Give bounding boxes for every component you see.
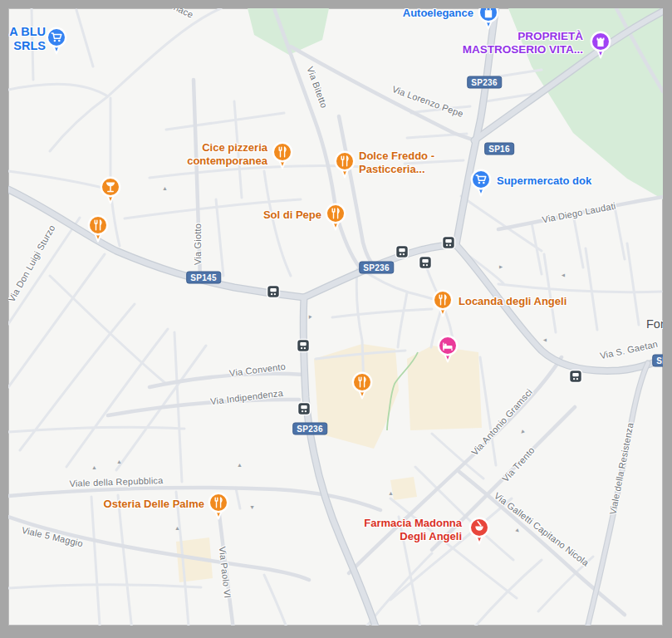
restaurant-icon <box>86 213 110 244</box>
bus-stop-icon[interactable] <box>297 402 311 416</box>
locality-label: Fon <box>646 317 663 331</box>
bus-stop-icon[interactable] <box>297 339 311 353</box>
poi-label-dolce-freddo[interactable]: Dolce Freddo - Pasticceria... <box>359 150 434 175</box>
one-way-arrow-icon: ▲ <box>249 505 255 511</box>
shopping-cart-icon <box>44 26 69 56</box>
map-canvas <box>8 8 663 626</box>
one-way-arrow-icon: ▲ <box>91 464 97 470</box>
one-way-arrow-icon: ▲ <box>388 490 394 496</box>
bus-stop-icon[interactable] <box>395 245 410 259</box>
poi-label-farmacia-madonna[interactable]: Farmacia Madonna Degli Angeli <box>364 517 462 542</box>
poi-label-supermercato-dok[interactable]: Supermercato dok <box>497 174 591 188</box>
map-window-frame: ▲ ▲ ▲ ▲ ▲ ▲ ▲ ▲ ▲ ▲ ▲ ▲ ▲ nace Via Bitet… <box>0 0 672 638</box>
road-label: Via Giotto <box>193 223 203 265</box>
pharmacy-icon <box>467 516 492 547</box>
route-shield: SP236 <box>652 355 663 367</box>
poi-marker-dolce-freddo[interactable] <box>332 150 357 180</box>
one-way-arrow-icon: ▲ <box>237 462 243 468</box>
poi-marker-hotel[interactable] <box>435 334 460 365</box>
poi-label-proprieta-mastroserio[interactable]: PROPRIETÀ MASTROSERIO VITA... <box>463 30 583 56</box>
tower-icon <box>588 30 613 61</box>
poi-marker-sol-di-pepe[interactable] <box>323 202 348 233</box>
poi-label-locanda-degli-angeli[interactable]: Locanda degli Angeli <box>459 295 567 308</box>
one-way-arrow-icon: ▲ <box>162 185 168 191</box>
one-way-arrow-icon: ▲ <box>116 459 122 464</box>
poi-marker-restaurant-west[interactable] <box>86 213 110 244</box>
restaurant-icon <box>270 140 295 171</box>
restaurant-icon <box>350 371 375 401</box>
restaurant-icon <box>332 150 357 180</box>
poi-marker-proprieta-mastroserio[interactable] <box>588 30 613 61</box>
bus-stop-icon[interactable] <box>267 285 281 299</box>
poi-label-cice-pizzeria[interactable]: Cice pizzeria contemporanea <box>187 141 267 167</box>
bus-stop-icon[interactable] <box>419 256 433 270</box>
shopping-cart-icon <box>468 168 493 199</box>
route-shield: SP16 <box>484 143 514 155</box>
poi-marker-restaurant-center[interactable] <box>350 371 375 401</box>
one-way-arrow-icon: ▲ <box>560 272 566 278</box>
one-way-arrow-icon: ▲ <box>542 337 547 343</box>
route-shield: SP236 <box>292 423 327 435</box>
poi-marker-farmacia-madonna[interactable] <box>467 516 492 547</box>
bus-stop-icon[interactable] <box>442 236 456 250</box>
route-shield: SP236 <box>467 76 502 89</box>
poi-label-a-blu-srls[interactable]: A BLU SRLS <box>9 25 46 54</box>
restaurant-icon <box>430 288 455 319</box>
route-shield: SP236 <box>359 262 394 274</box>
poi-marker-osteria-delle-palme[interactable] <box>206 491 231 522</box>
bed-icon <box>435 334 460 365</box>
poi-marker-bar[interactable] <box>98 175 123 206</box>
restaurant-icon <box>206 491 231 522</box>
poi-marker-a-blu-srls[interactable] <box>44 26 69 56</box>
poi-marker-supermercato-dok[interactable] <box>468 168 493 199</box>
poi-label-autoelegance[interactable]: Autoelegance <box>403 8 473 20</box>
poi-marker-autoelegance[interactable] <box>476 8 501 32</box>
map-stage: ▲ ▲ ▲ ▲ ▲ ▲ ▲ ▲ ▲ ▲ ▲ ▲ ▲ nace Via Bitet… <box>8 8 663 626</box>
bus-stop-icon[interactable] <box>569 370 583 384</box>
poi-marker-cice-pizzeria[interactable] <box>270 140 295 171</box>
restaurant-icon <box>323 202 348 233</box>
poi-marker-locanda-degli-angeli[interactable] <box>430 288 455 319</box>
one-way-arrow-icon: ▲ <box>498 264 504 270</box>
map-viewport[interactable]: ▲ ▲ ▲ ▲ ▲ ▲ ▲ ▲ ▲ ▲ ▲ ▲ ▲ nace Via Bitet… <box>8 8 663 626</box>
one-way-arrow-icon: ▲ <box>174 525 180 531</box>
bar-icon <box>98 175 123 206</box>
poi-label-osteria-delle-palme[interactable]: Osteria Delle Palme <box>104 498 204 511</box>
shopping-bag-icon <box>476 8 501 32</box>
route-shield: SP145 <box>186 272 221 284</box>
poi-label-sol-di-pepe[interactable]: Sol di Pepe <box>263 209 321 222</box>
